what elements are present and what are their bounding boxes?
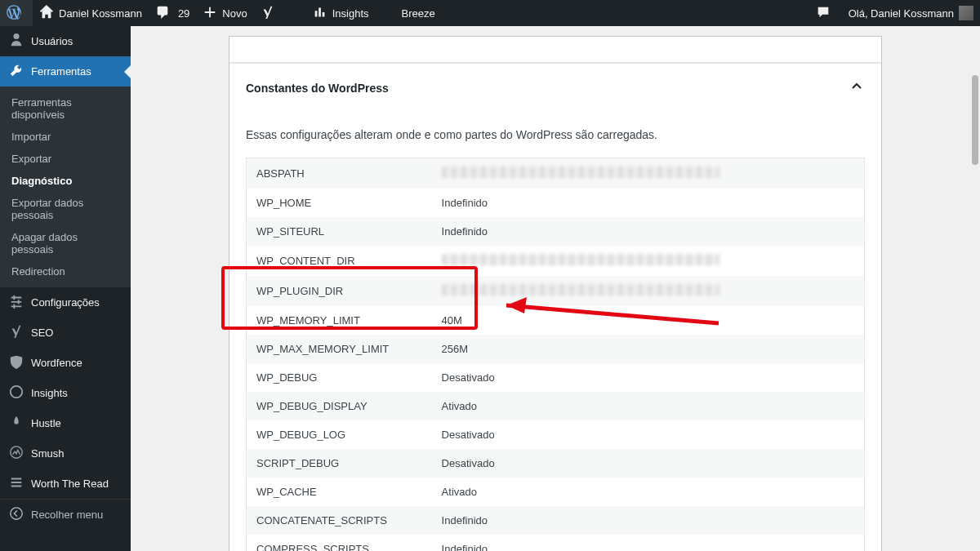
sidebar-item-insights[interactable]: Insights (0, 378, 131, 408)
submenu-export[interactable]: Exportar (0, 148, 131, 170)
constant-value: Indefinido (432, 217, 865, 246)
new-content-link[interactable]: Novo (196, 0, 253, 26)
constant-name: WP_PLUGIN_DIR (247, 276, 432, 306)
table-row: CONCATENATE_SCRIPTSIndefinido (247, 506, 865, 535)
home-icon (39, 5, 54, 22)
insights-label: Insights (332, 7, 369, 20)
breeze-link[interactable]: Breeze (395, 0, 442, 26)
constants-table: ABSPATHWP_HOMEIndefinidoWP_SITEURLIndefi… (246, 158, 865, 551)
panel-body: Essas configurações alteram onde e como … (229, 128, 881, 551)
redacted-value (442, 167, 719, 178)
submenu-import[interactable]: Importar (0, 126, 131, 148)
site-name-link[interactable]: Daniel Kossmann (33, 0, 149, 26)
admin-content: Constantes do WordPress Essas configuraç… (131, 26, 980, 551)
sidebar-item-hustle[interactable]: Hustle (0, 408, 131, 438)
constant-value: Indefinido (432, 506, 865, 535)
scrollbar[interactable] (970, 59, 978, 546)
admin-bar: Daniel Kossmann 29 Novo Insights Breeze (0, 0, 980, 26)
constant-name: COMPRESS_SCRIPTS (247, 535, 432, 551)
constant-name: WP_DEBUG_DISPLAY (247, 392, 432, 420)
redacted-value (442, 254, 719, 265)
note-icon (816, 5, 831, 22)
sidebar-item-worth[interactable]: Worth The Read (0, 469, 131, 499)
constant-name: SCRIPT_DEBUG (247, 449, 432, 478)
table-row: WP_DEBUG_DISPLAYAtivado (247, 392, 865, 420)
wtr-icon (8, 475, 24, 492)
tools-submenu: Ferramentas disponíveis Importar Exporta… (0, 87, 131, 287)
constant-value: Ativado (432, 478, 865, 506)
collapse-icon (8, 506, 24, 523)
table-row: WP_PLUGIN_DIR (247, 276, 865, 306)
settings-icon (8, 294, 24, 311)
wordpress-icon (7, 5, 21, 22)
yoast-link[interactable] (254, 0, 287, 26)
table-row: SCRIPT_DEBUGDesativado (247, 449, 865, 478)
sidebar-item-label: Hustle (31, 417, 61, 429)
my-account-link[interactable]: Olá, Daniel Kossmann (842, 0, 980, 26)
site-name: Daniel Kossmann (59, 7, 142, 20)
constant-name: WP_HOME (247, 189, 432, 217)
avatar (959, 6, 973, 20)
sidebar-item-label: Wordfence (31, 357, 82, 369)
plus-icon (203, 5, 217, 22)
submenu-available[interactable]: Ferramentas disponíveis (0, 91, 131, 126)
constant-value: Desativado (432, 363, 865, 392)
submenu-erase-personal[interactable]: Apagar dados pessoais (0, 226, 131, 260)
sidebar-item-label: Configurações (31, 296, 100, 309)
wp-logo[interactable] (0, 0, 33, 26)
sidebar-item-settings[interactable]: Configurações (0, 287, 131, 318)
insights-icon (8, 384, 24, 402)
constant-name: WP_MAX_MEMORY_LIMIT (247, 335, 432, 363)
constant-value: Indefinido (432, 535, 865, 551)
sidebar-item-seo[interactable]: SEO (0, 318, 131, 348)
constant-value: Ativado (432, 392, 865, 420)
adminbar-right: Olá, Daniel Kossmann (809, 0, 980, 26)
table-row: ABSPATH (247, 158, 865, 189)
new-label: Novo (222, 7, 247, 20)
health-panel: Constantes do WordPress Essas configuraç… (229, 36, 882, 551)
constant-value (432, 246, 865, 276)
constant-value: Desativado (432, 449, 865, 478)
stats-icon (313, 5, 327, 22)
table-row: WP_MAX_MEMORY_LIMIT256M (247, 335, 865, 363)
constant-value: Indefinido (432, 189, 865, 217)
collapse-label: Recolher menu (31, 509, 103, 521)
table-row: WP_CACHEAtivado (247, 478, 865, 506)
table-row: WP_SITEURLIndefinido (247, 217, 865, 246)
sidebar-item-label: Smush (31, 447, 64, 460)
table-row: WP_DEBUGDesativado (247, 363, 865, 392)
constant-name: WP_CONTENT_DIR (247, 246, 432, 276)
hustle-icon (8, 415, 24, 432)
submenu-export-personal[interactable]: Exportar dados pessoais (0, 192, 131, 226)
submenu-redirection[interactable]: Redirection (0, 260, 131, 282)
scrollbar-thumb[interactable] (972, 75, 978, 165)
constant-name: CONCATENATE_SCRIPTS (247, 506, 432, 535)
comment-count: 29 (178, 7, 189, 20)
notes-link[interactable] (809, 0, 842, 26)
prev-panel-tail (229, 37, 881, 63)
chevron-up-icon (849, 78, 865, 97)
constant-value: 40M (432, 306, 865, 335)
sidebar-item-wordfence[interactable]: Wordfence (0, 348, 131, 378)
admin-sidebar: Usuários Ferramentas Ferramentas disponí… (0, 26, 131, 551)
comments-link[interactable]: 29 (149, 0, 196, 26)
constant-name: WP_MEMORY_LIMIT (247, 306, 432, 335)
wordfence-icon (8, 354, 24, 371)
sidebar-item-smush[interactable]: Smush (0, 438, 131, 469)
submenu-site-health[interactable]: Diagnóstico (0, 170, 131, 192)
sidebar-item-tools[interactable]: Ferramentas (0, 56, 131, 87)
sidebar-item-label: Ferramentas (31, 65, 91, 78)
sidebar-item-users[interactable]: Usuários (0, 26, 131, 56)
wrench-icon (8, 63, 24, 80)
insights-link[interactable]: Insights (306, 0, 376, 26)
comment-icon (155, 5, 170, 22)
collapse-menu-button[interactable]: Recolher menu (0, 499, 131, 530)
constant-value: 256M (432, 335, 865, 363)
table-row: WP_DEBUG_LOGDesativado (247, 420, 865, 449)
constant-value (432, 276, 865, 306)
table-row: WP_MEMORY_LIMIT40M (247, 306, 865, 335)
sidebar-item-label: SEO (31, 327, 53, 339)
panel-header[interactable]: Constantes do WordPress (229, 63, 881, 112)
table-row: WP_CONTENT_DIR (247, 246, 865, 276)
table-row: WP_HOMEIndefinido (247, 189, 865, 217)
